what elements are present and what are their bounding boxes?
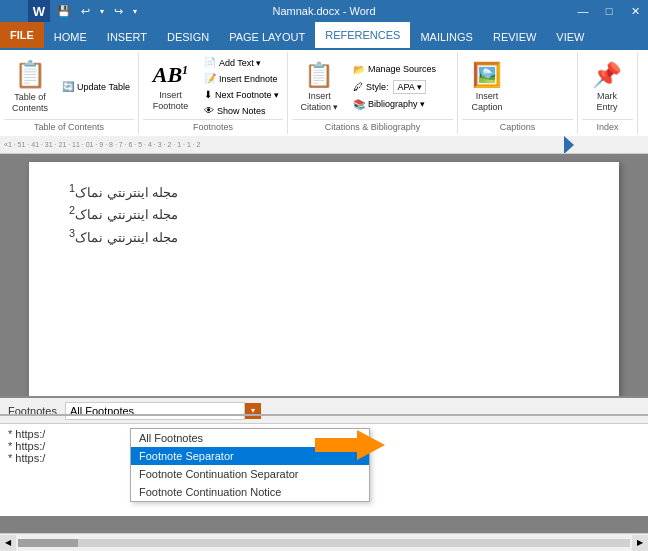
doc-line-2: مجله اينترنتي نماک2 bbox=[69, 204, 579, 222]
insert-caption-icon: 🖼️ bbox=[472, 61, 502, 89]
close-button[interactable]: ✕ bbox=[622, 0, 648, 22]
toc-label: Table ofContents bbox=[12, 92, 48, 114]
tab-review[interactable]: REVIEW bbox=[483, 26, 546, 48]
footnotes-dropdown-arrow-btn[interactable]: ▾ bbox=[245, 403, 261, 419]
add-text-label: Add Text ▾ bbox=[219, 58, 261, 68]
show-notes-icon: 👁 bbox=[204, 105, 214, 116]
redo-dropdown[interactable]: ▾ bbox=[130, 5, 140, 18]
update-table-button[interactable]: 🔄 Update Table bbox=[58, 79, 134, 94]
mark-entry-icon: 📌 bbox=[592, 61, 622, 89]
scrollbar-thumb[interactable] bbox=[18, 539, 78, 547]
svg-marker-0 bbox=[564, 136, 574, 154]
insert-citation-button[interactable]: 📋 InsertCitation ▾ bbox=[292, 54, 347, 119]
mark-entry-label: MarkEntry bbox=[596, 91, 617, 113]
group-citations: 📋 InsertCitation ▾ 📂 Manage Sources 🖊 St… bbox=[288, 52, 458, 134]
doc-text-2: مجله اينترنتي نماک2 bbox=[69, 204, 178, 222]
doc-text-1: مجله اينترنتي نماک1 bbox=[69, 182, 178, 200]
add-text-icon: 📄 bbox=[204, 57, 216, 68]
style-dropdown[interactable]: APA ▾ bbox=[393, 80, 425, 94]
index-buttons: 📌 MarkEntry bbox=[582, 54, 633, 119]
tab-page-layout[interactable]: PAGE LAYOUT bbox=[219, 26, 315, 48]
insert-caption-button[interactable]: 🖼️ InsertCaption bbox=[462, 54, 512, 119]
title-bar: W 💾 ↩ ▾ ↪ ▾ Namnak.docx - Word — □ ✕ bbox=[0, 0, 648, 22]
arrow-indicator bbox=[315, 430, 385, 462]
group-captions: 🖼️ InsertCaption Captions bbox=[458, 52, 578, 134]
insert-footnote-button[interactable]: AB1 InsertFootnote bbox=[143, 54, 198, 119]
tab-design[interactable]: DESIGN bbox=[157, 26, 219, 48]
captions-group-label: Captions bbox=[462, 119, 573, 132]
toc-small-btns: 🔄 Update Table bbox=[58, 54, 134, 119]
insert-endnote-button[interactable]: 📝 Insert Endnote bbox=[200, 71, 283, 86]
insert-citation-label: InsertCitation ▾ bbox=[300, 91, 338, 113]
tab-insert[interactable]: INSERT bbox=[97, 26, 157, 48]
manage-sources-icon: 📂 bbox=[353, 64, 365, 75]
next-footnote-button[interactable]: ⬇ Next Footnote ▾ bbox=[200, 87, 283, 102]
maximize-button[interactable]: □ bbox=[596, 0, 622, 22]
minimize-button[interactable]: — bbox=[570, 0, 596, 22]
svg-marker-1 bbox=[315, 430, 385, 460]
manage-sources-label: Manage Sources bbox=[368, 64, 436, 74]
tab-references[interactable]: REFERENCES bbox=[315, 22, 410, 48]
document-page: مجله اينترنتي نماک1 مجله اينترنتي نماک2 … bbox=[29, 162, 619, 414]
footnotes-dropdown-container: All Footnotes ▾ All Footnotes Footnote S… bbox=[65, 402, 261, 420]
insert-endnote-label: Insert Endnote bbox=[219, 74, 278, 84]
insert-footnote-label: InsertFootnote bbox=[153, 90, 189, 112]
redo-button[interactable]: ↪ bbox=[111, 3, 126, 20]
dropdown-item-continuation-sep[interactable]: Footnote Continuation Separator bbox=[131, 465, 369, 483]
window-controls: — □ ✕ bbox=[570, 0, 648, 22]
doc-text-3: مجله اينترنتي نماک3 bbox=[69, 227, 178, 245]
update-table-label: Update Table bbox=[77, 82, 130, 92]
captions-buttons: 🖼️ InsertCaption bbox=[462, 54, 573, 119]
citation-small-btns: 📂 Manage Sources 🖊 Style: APA ▾ 📚 Bibli bbox=[349, 54, 440, 119]
insert-footnote-icon: AB1 bbox=[153, 62, 188, 88]
scroll-left-button[interactable]: ◀ bbox=[0, 535, 16, 551]
bibliography-icon: 📚 bbox=[353, 99, 365, 110]
style-icon: 🖊 bbox=[353, 81, 363, 92]
citations-buttons: 📋 InsertCitation ▾ 📂 Manage Sources 🖊 St… bbox=[292, 54, 453, 119]
index-group-label: Index bbox=[582, 119, 633, 132]
undo-dropdown[interactable]: ▾ bbox=[97, 5, 107, 18]
tab-home[interactable]: HOME bbox=[44, 26, 97, 48]
app-icon: W bbox=[28, 0, 50, 22]
bibliography-label: Bibliography ▾ bbox=[368, 99, 425, 109]
scroll-right-button[interactable]: ▶ bbox=[632, 535, 648, 551]
tab-mailings[interactable]: MAILINGS bbox=[410, 26, 483, 48]
footnotes-buttons: AB1 InsertFootnote 📄 Add Text ▾ 📝 Insert… bbox=[143, 54, 283, 119]
toc-group-label: Table of Contents bbox=[4, 119, 134, 132]
pane-divider bbox=[0, 414, 648, 416]
style-selector[interactable]: 🖊 Style: APA ▾ bbox=[349, 78, 440, 96]
footnotes-dropdown[interactable]: All Footnotes bbox=[65, 402, 245, 420]
footnote-small-btns: 📄 Add Text ▾ 📝 Insert Endnote ⬇ Next Foo… bbox=[200, 54, 283, 119]
undo-button[interactable]: ↩ bbox=[78, 3, 93, 20]
next-footnote-icon: ⬇ bbox=[204, 89, 212, 100]
tab-file[interactable]: FILE bbox=[0, 22, 44, 48]
update-table-icon: 🔄 bbox=[62, 81, 74, 92]
style-value: APA bbox=[397, 82, 414, 92]
save-button[interactable]: 💾 bbox=[54, 3, 74, 20]
table-of-contents-button[interactable]: 📋 Table ofContents bbox=[4, 54, 56, 119]
doc-line-1: مجله اينترنتي نماک1 bbox=[69, 182, 579, 200]
show-notes-label: Show Notes bbox=[217, 106, 266, 116]
style-label: Style: bbox=[366, 82, 389, 92]
toc-buttons: 📋 Table ofContents 🔄 Update Table bbox=[4, 54, 134, 119]
insert-endnote-icon: 📝 bbox=[204, 73, 216, 84]
show-notes-button[interactable]: 👁 Show Notes bbox=[200, 103, 283, 118]
file-tab-label: FILE bbox=[10, 29, 34, 41]
bibliography-button[interactable]: 📚 Bibliography ▾ bbox=[349, 97, 440, 112]
scrollbar-track bbox=[18, 539, 630, 547]
ribbon-content: 📋 Table ofContents 🔄 Update Table Table … bbox=[0, 48, 648, 136]
citations-group-label: Citations & Bibliography bbox=[292, 119, 453, 132]
footnotes-group-label: Footnotes bbox=[143, 119, 283, 132]
doc-line-3: مجله اينترنتي نماک3 bbox=[69, 227, 579, 245]
add-text-button[interactable]: 📄 Add Text ▾ bbox=[200, 55, 283, 70]
document-area: مجله اينترنتي نماک1 مجله اينترنتي نماک2 … bbox=[0, 154, 648, 414]
footnotes-header: Footnotes All Footnotes ▾ All Footnotes … bbox=[0, 398, 648, 424]
ruler-marks: «1 · 51 · 41 · 31 · 21 · 11 · 01 · 9 · 8… bbox=[4, 136, 644, 153]
manage-sources-button[interactable]: 📂 Manage Sources bbox=[349, 62, 440, 77]
horizontal-scrollbar[interactable]: ◀ ▶ bbox=[0, 533, 648, 551]
insert-citation-icon: 📋 bbox=[304, 61, 334, 89]
mark-entry-button[interactable]: 📌 MarkEntry bbox=[582, 54, 632, 119]
tab-view[interactable]: VIEW bbox=[546, 26, 594, 48]
toc-icon: 📋 bbox=[14, 59, 46, 90]
dropdown-item-continuation-notice[interactable]: Footnote Continuation Notice bbox=[131, 483, 369, 501]
